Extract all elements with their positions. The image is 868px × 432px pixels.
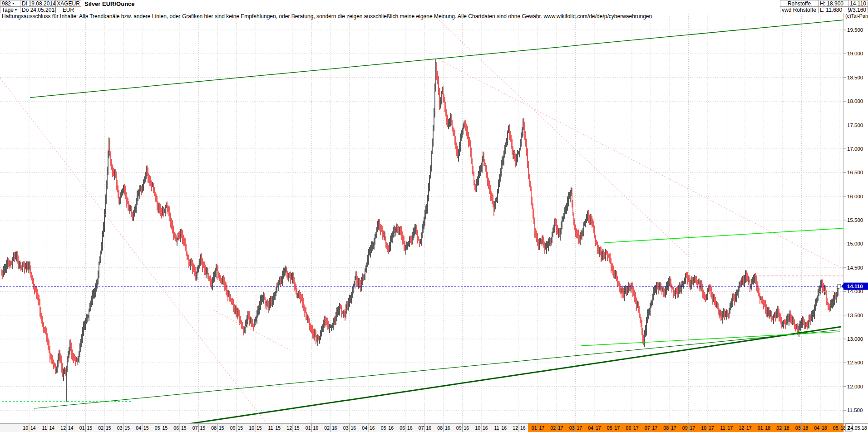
x-axis-month-label: 10	[701, 425, 706, 431]
x-axis-month-label: 04	[588, 425, 593, 431]
x-axis-month-label: 01	[532, 425, 537, 431]
x-axis-month-label: 01	[758, 425, 763, 431]
y-axis-label: 14.500	[847, 265, 863, 270]
x-axis-year-label: 16	[389, 425, 394, 431]
x-axis-month-label: 12	[739, 425, 744, 431]
y-axis-label: 13.500	[847, 313, 863, 318]
y-axis-label: 16.000	[847, 194, 863, 199]
price-chart: 11.50012.00012.50013.00013.50014.00014.5…	[0, 0, 868, 432]
x-axis-year-label: 15	[125, 425, 130, 431]
x-axis-year-label: 15	[143, 425, 149, 431]
x-axis-month-label: 07	[192, 425, 198, 431]
x-axis-year-label: 16	[332, 425, 337, 431]
x-axis-month-label: 04	[362, 425, 367, 431]
x-axis-year-label: 16	[502, 425, 507, 431]
x-axis-month-label: 11	[720, 425, 725, 431]
x-axis-month-label: 10	[23, 425, 28, 431]
x-axis-month-label: 03	[117, 425, 123, 431]
y-axis-label: 11.500	[847, 407, 863, 413]
x-axis-year-label: 16	[483, 425, 488, 431]
y-axis-label: 12.000	[847, 384, 863, 389]
x-axis-month-label: 05	[833, 425, 838, 431]
x-axis-year-label: 16	[464, 425, 469, 431]
x-axis-year-label: 17	[728, 425, 733, 431]
x-axis-month-label: 01	[79, 425, 85, 431]
x-axis-year-label: 15	[200, 425, 206, 431]
x-axis-year-label: 16	[370, 425, 375, 431]
x-axis-month-label: 11	[268, 425, 273, 431]
x-axis-month-label: 09	[682, 425, 688, 431]
x-axis-month-label: 07	[645, 425, 650, 431]
y-axis-label: 12.500	[847, 360, 863, 365]
current-price-label: 14.110	[847, 284, 863, 289]
charting-app-window: { "header": { "period_count": "982", "pe…	[0, 0, 868, 432]
x-axis-year-label: 17	[709, 425, 714, 431]
x-axis-year-label: 17	[577, 425, 582, 431]
x-axis-month-label: 05	[607, 425, 612, 431]
x-axis-year-label: 15	[276, 425, 281, 431]
x-axis-year-label: 17	[690, 425, 695, 431]
x-axis-year-label: 15	[106, 425, 111, 431]
x-axis-month-label: 11	[494, 425, 499, 431]
y-axis-label: 16.500	[847, 170, 863, 175]
x-axis-year-label: 18	[784, 425, 789, 431]
x-axis-year-label: 17	[652, 425, 658, 431]
x-axis-year-label: 15	[181, 425, 187, 431]
x-axis-year-label: 16	[313, 425, 319, 431]
y-axis-label: 15.000	[847, 241, 863, 246]
downtrend-dashed-left2	[213, 310, 291, 350]
x-axis-month-label: 06	[399, 425, 405, 431]
x-axis-month-label: 03	[795, 425, 801, 431]
downtrend-dashed-left	[0, 78, 272, 431]
bright-support-line	[581, 332, 840, 346]
x-axis-year-label: 17	[558, 425, 563, 431]
x-axis-year-label: 17	[671, 425, 676, 431]
x-axis-month-label: 02	[550, 425, 556, 431]
bright-resistance-line	[604, 228, 843, 243]
x-axis-month-label: 06	[626, 425, 631, 431]
x-axis-month-label: 03	[569, 425, 575, 431]
x-axis-month-label: 01	[306, 425, 311, 431]
x-axis-year-label: 17	[746, 425, 752, 431]
x-axis-year-label: 16	[407, 425, 413, 431]
thick-support-line	[170, 327, 841, 427]
last-price-marker	[838, 285, 841, 288]
x-axis-year-label: 14	[30, 425, 36, 431]
x-axis-month-label: 03	[343, 425, 349, 431]
y-axis-label: 17.500	[847, 123, 863, 128]
x-axis-year-label: 15	[87, 425, 93, 431]
x-axis-month-label: 10	[249, 425, 254, 431]
x-axis-year-label: 18	[822, 425, 827, 431]
x-axis-month-label: 10	[475, 425, 480, 431]
x-axis-month-label: 02	[776, 425, 782, 431]
lower-channel-line	[34, 330, 840, 408]
y-axis-label: 15.500	[847, 217, 863, 223]
x-axis-month-label: 11	[42, 425, 47, 431]
x-axis-year-label: 14	[68, 425, 74, 431]
x-axis-year-label: 15	[256, 425, 262, 431]
x-axis-month-label: 02	[324, 425, 330, 431]
x-axis-year-label: 16	[520, 425, 526, 431]
x-axis-month-label: 12	[286, 425, 292, 431]
y-axis-label: 17.000	[847, 146, 863, 152]
x-axis-year-label: 14	[49, 425, 55, 431]
y-axis-label: 19.000	[847, 51, 863, 56]
x-axis-year-label: 16	[351, 425, 356, 431]
x-axis-month-label: 04	[814, 425, 819, 431]
x-axis-month-label: 08	[211, 425, 217, 431]
x-axis-month-label: 09	[456, 425, 462, 431]
x-axis-year-label: 15	[238, 425, 243, 431]
x-axis-month-label: 02	[98, 425, 104, 431]
x-axis-month-label: 09	[230, 425, 236, 431]
x-axis-year-label: 15	[219, 425, 224, 431]
x-axis-year-label: 18	[803, 425, 809, 431]
y-axis-label: 18.500	[847, 75, 863, 80]
x-axis-month-label: 08	[437, 425, 443, 431]
current-price-pointer	[841, 284, 843, 289]
downtrend-dashed-peak2	[436, 58, 843, 269]
x-axis-year-label: 18	[765, 425, 771, 431]
x-axis-month-label: 08	[663, 425, 669, 431]
x-axis-year-label: 15	[294, 425, 300, 431]
downtrend-dashed-peak1	[437, 18, 690, 258]
x-axis-year-label: 17	[615, 425, 620, 431]
